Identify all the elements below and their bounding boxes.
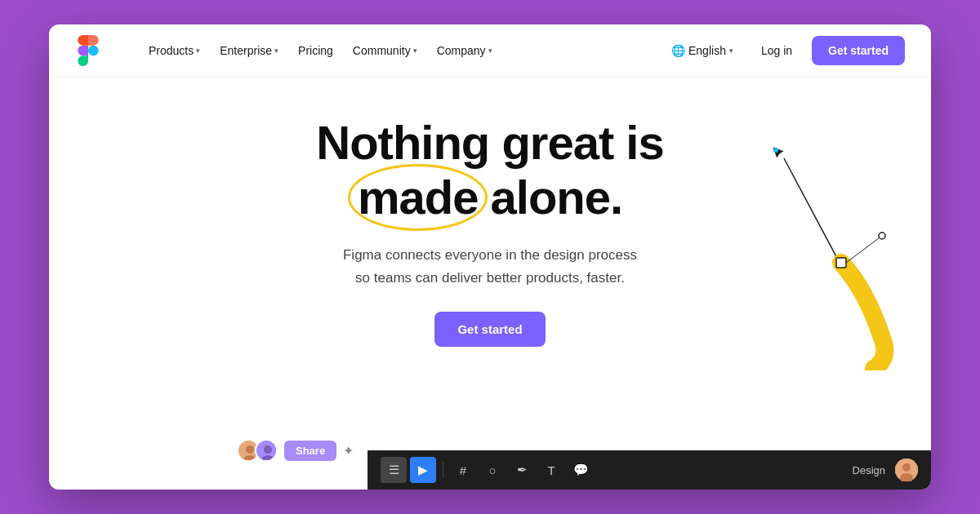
language-selector[interactable]: 🌐 English ▾ — [663, 39, 742, 62]
toolbar-frame-icon[interactable]: # — [450, 457, 476, 483]
svg-point-13 — [902, 463, 911, 472]
company-chevron-icon: ▾ — [488, 47, 492, 55]
toolbar-menu-icon[interactable]: ☰ — [381, 457, 407, 483]
nav-get-started-button[interactable]: Get started — [812, 36, 905, 65]
nav-right: 🌐 English ▾ Log in Get started — [663, 36, 905, 65]
design-label: Design — [853, 464, 885, 476]
hero-title: Nothing great is made alone. — [316, 116, 663, 224]
nav-links: Products ▾ Enterprise ▾ Pricing Communit… — [140, 39, 663, 62]
login-button[interactable]: Log in — [748, 38, 805, 64]
nav-enterprise[interactable]: Enterprise ▾ — [212, 39, 287, 62]
svg-point-10 — [264, 445, 272, 454]
hero-section: Nothing great is made alone. Figma conne… — [49, 77, 931, 490]
nav-pricing[interactable]: Pricing — [290, 39, 341, 62]
toolbar-text-icon[interactable]: T — [538, 457, 564, 483]
made-wrapper: made — [358, 171, 479, 225]
language-chevron-icon: ▾ — [729, 47, 733, 55]
toolbar-select-icon[interactable]: ▶ — [410, 457, 436, 483]
browser-window: Products ▾ Enterprise ▾ Pricing Communit… — [49, 24, 931, 490]
avatar-group — [237, 439, 273, 462]
nav-community[interactable]: Community ▾ — [345, 39, 425, 62]
avatar-2 — [255, 439, 278, 462]
figma-logo[interactable] — [75, 35, 101, 66]
figma-toolbar: ☰ ▶ # ○ ✒ T 💬 Design — [368, 450, 931, 490]
svg-line-2 — [784, 158, 840, 263]
svg-point-7 — [246, 445, 254, 454]
hero-get-started-button[interactable]: Get started — [434, 312, 545, 347]
curve-decoration — [768, 142, 898, 370]
share-button[interactable]: Share — [284, 441, 336, 461]
toolbar-separator-1 — [443, 462, 443, 478]
navbar: Products ▾ Enterprise ▾ Pricing Communit… — [49, 24, 931, 77]
nav-company[interactable]: Company ▾ — [429, 39, 501, 62]
nav-products[interactable]: Products ▾ — [140, 39, 208, 62]
svg-marker-0 — [772, 146, 785, 159]
cursor-icon: ✦ — [343, 443, 354, 459]
toolbar-circle-icon[interactable]: ○ — [479, 457, 506, 483]
svg-point-1 — [773, 148, 778, 153]
toolbar-user-avatar — [895, 459, 918, 481]
share-area: Share ✦ — [237, 439, 354, 462]
community-chevron-icon: ▾ — [413, 47, 417, 55]
globe-icon: 🌐 — [671, 44, 685, 57]
svg-line-4 — [846, 236, 882, 263]
enterprise-chevron-icon: ▾ — [274, 47, 278, 55]
svg-rect-3 — [836, 258, 846, 268]
toolbar-comment-icon[interactable]: 💬 — [568, 457, 594, 483]
products-chevron-icon: ▾ — [196, 47, 200, 55]
toolbar-pen-icon[interactable]: ✒ — [509, 457, 535, 483]
svg-point-5 — [879, 233, 885, 239]
hero-subtitle: Figma connects everyone in the design pr… — [343, 244, 637, 288]
